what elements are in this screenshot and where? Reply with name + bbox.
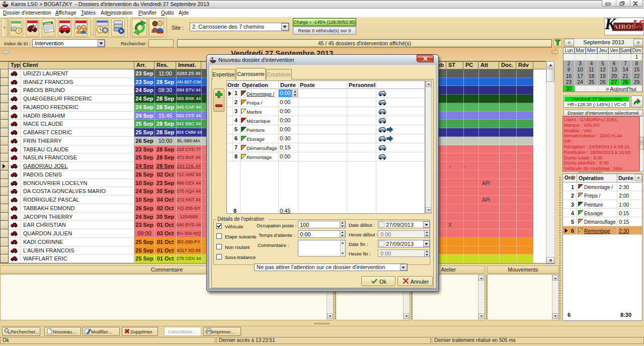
- svg-text:31: 31: [12, 28, 16, 31]
